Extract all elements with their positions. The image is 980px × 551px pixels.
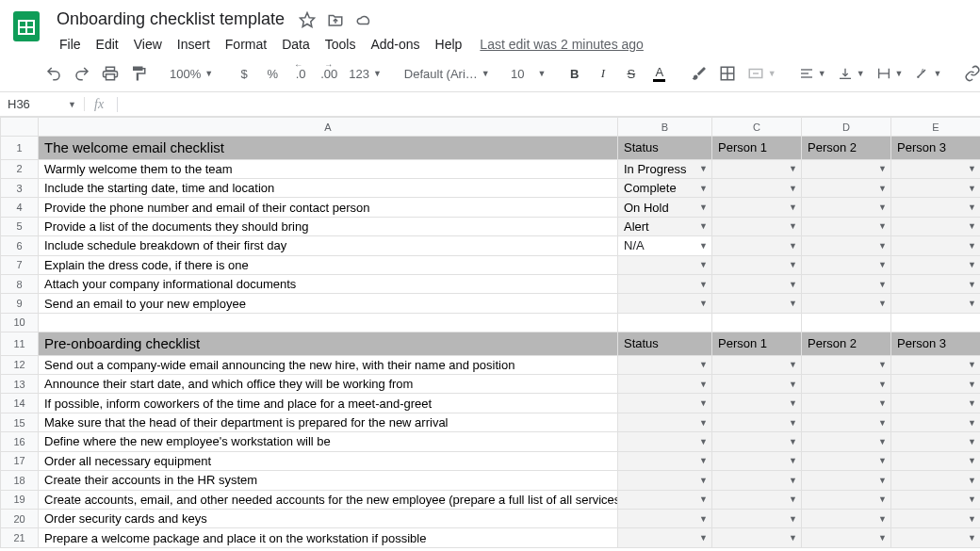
text-rotation-icon[interactable]: A▼ (910, 61, 945, 86)
person-dropdown[interactable]: ▼ (891, 432, 981, 451)
redo-icon[interactable] (70, 61, 94, 86)
cell[interactable]: Explain the dress code, if there is one (39, 255, 618, 274)
person-dropdown[interactable]: ▼ (802, 159, 891, 178)
more-formats-combo[interactable]: 123▼ (345, 61, 385, 86)
row-header[interactable]: 2 (1, 159, 39, 178)
select-all-corner[interactable] (1, 118, 39, 137)
person-dropdown[interactable]: ▼ (802, 198, 891, 217)
section-header-cell[interactable]: Status (618, 137, 712, 160)
person-dropdown[interactable]: ▼ (712, 236, 802, 255)
row-header[interactable]: 5 (1, 217, 39, 235)
format-percent-button[interactable]: % (260, 61, 285, 86)
status-dropdown[interactable]: Alert▼ (618, 217, 712, 235)
menu-data[interactable]: Data (275, 33, 317, 56)
person-dropdown[interactable]: ▼ (712, 375, 802, 394)
format-currency-button[interactable]: $ (232, 61, 256, 86)
status-dropdown[interactable]: ▼ (618, 394, 712, 413)
person-dropdown[interactable]: ▼ (802, 178, 891, 197)
cell[interactable]: Include the starting date, time and loca… (39, 178, 618, 197)
person-dropdown[interactable]: ▼ (891, 178, 981, 197)
status-dropdown[interactable]: On Hold▼ (618, 198, 712, 217)
person-dropdown[interactable]: ▼ (712, 471, 802, 490)
paint-format-icon[interactable] (126, 61, 151, 86)
menu-view[interactable]: View (127, 33, 169, 56)
person-dropdown[interactable]: ▼ (891, 509, 981, 527)
person-dropdown[interactable]: ▼ (891, 451, 981, 470)
merge-cells-icon[interactable]: ▼ (743, 61, 780, 86)
person-dropdown[interactable]: ▼ (891, 255, 981, 274)
menu-edit[interactable]: Edit (90, 33, 125, 56)
insert-link-icon[interactable] (960, 61, 980, 86)
person-dropdown[interactable]: ▼ (802, 294, 891, 313)
person-dropdown[interactable]: ▼ (891, 217, 981, 235)
row-header[interactable]: 20 (1, 509, 39, 527)
person-dropdown[interactable]: ▼ (712, 528, 802, 548)
menu-help[interactable]: Help (429, 33, 469, 56)
cell[interactable]: Prepare a welcome package and place it o… (39, 528, 618, 548)
cell[interactable]: If possible, inform coworkers of the tim… (39, 394, 618, 413)
menu-insert[interactable]: Insert (171, 33, 217, 56)
row-header[interactable]: 13 (1, 375, 39, 394)
person-dropdown[interactable]: ▼ (712, 413, 802, 431)
col-header-E[interactable]: E (891, 118, 981, 137)
cell[interactable]: Create accounts, email, and other needed… (39, 490, 618, 509)
person-dropdown[interactable]: ▼ (712, 274, 802, 293)
menu-tools[interactable]: Tools (318, 33, 363, 56)
cell[interactable]: Attach your company informational docume… (39, 274, 618, 293)
font-size-combo[interactable]: 10▼ (510, 61, 547, 86)
person-dropdown[interactable]: ▼ (712, 255, 802, 274)
person-dropdown[interactable]: ▼ (712, 198, 802, 217)
person-dropdown[interactable]: ▼ (802, 274, 891, 293)
cell[interactable]: Warmly welcome them to the team (39, 159, 618, 178)
cell[interactable] (39, 313, 618, 332)
person-dropdown[interactable]: ▼ (802, 375, 891, 394)
person-dropdown[interactable]: ▼ (802, 255, 891, 274)
section-header-cell[interactable]: Person 3 (891, 137, 981, 160)
row-header[interactable]: 9 (1, 294, 39, 313)
person-dropdown[interactable]: ▼ (891, 413, 981, 431)
move-icon[interactable] (326, 10, 345, 29)
row-header[interactable]: 18 (1, 471, 39, 490)
row-header[interactable]: 7 (1, 255, 39, 274)
person-dropdown[interactable]: ▼ (712, 432, 802, 451)
italic-button[interactable]: I (591, 61, 615, 86)
cell[interactable]: Send out a company-wide email announcing… (39, 355, 618, 374)
person-dropdown[interactable]: ▼ (802, 471, 891, 490)
horizontal-align-icon[interactable]: ▼ (795, 61, 830, 86)
undo-icon[interactable] (41, 61, 66, 86)
section-header-cell[interactable]: Person 1 (712, 137, 802, 160)
vertical-align-icon[interactable]: ▼ (834, 61, 869, 86)
borders-icon[interactable] (715, 61, 740, 86)
section-header-cell[interactable]: Person 3 (891, 332, 981, 356)
status-dropdown[interactable]: Complete▼ (618, 178, 712, 197)
person-dropdown[interactable]: ▼ (712, 178, 802, 197)
menu-format[interactable]: Format (219, 33, 273, 56)
cell[interactable] (618, 313, 712, 332)
text-color-button[interactable]: A (647, 61, 672, 86)
cell[interactable] (712, 313, 802, 332)
person-dropdown[interactable]: ▼ (891, 198, 981, 217)
row-header[interactable]: 15 (1, 413, 39, 431)
person-dropdown[interactable]: ▼ (712, 294, 802, 313)
row-header[interactable]: 16 (1, 432, 39, 451)
person-dropdown[interactable]: ▼ (802, 217, 891, 235)
row-header[interactable]: 11 (1, 332, 39, 356)
sheets-logo[interactable] (8, 8, 45, 45)
person-dropdown[interactable]: ▼ (891, 236, 981, 255)
cell[interactable]: Define where the new employee's workstat… (39, 432, 618, 451)
status-dropdown[interactable]: In Progress▼ (618, 159, 712, 178)
person-dropdown[interactable]: ▼ (712, 490, 802, 509)
menu-file[interactable]: File (53, 33, 88, 56)
cell[interactable]: Provide a list of the documents they sho… (39, 217, 618, 235)
person-dropdown[interactable]: ▼ (891, 490, 981, 509)
person-dropdown[interactable]: ▼ (712, 159, 802, 178)
text-wrap-icon[interactable]: ▼ (873, 61, 907, 86)
person-dropdown[interactable]: ▼ (802, 451, 891, 470)
section-header-cell[interactable]: Status (618, 332, 712, 356)
status-dropdown[interactable]: ▼ (618, 509, 712, 527)
status-dropdown[interactable]: ▼ (618, 471, 712, 490)
row-header[interactable]: 4 (1, 198, 39, 217)
font-family-combo[interactable]: Default (Ari…▼ (400, 61, 495, 86)
cloud-status-icon[interactable] (354, 10, 373, 29)
person-dropdown[interactable]: ▼ (802, 528, 891, 548)
